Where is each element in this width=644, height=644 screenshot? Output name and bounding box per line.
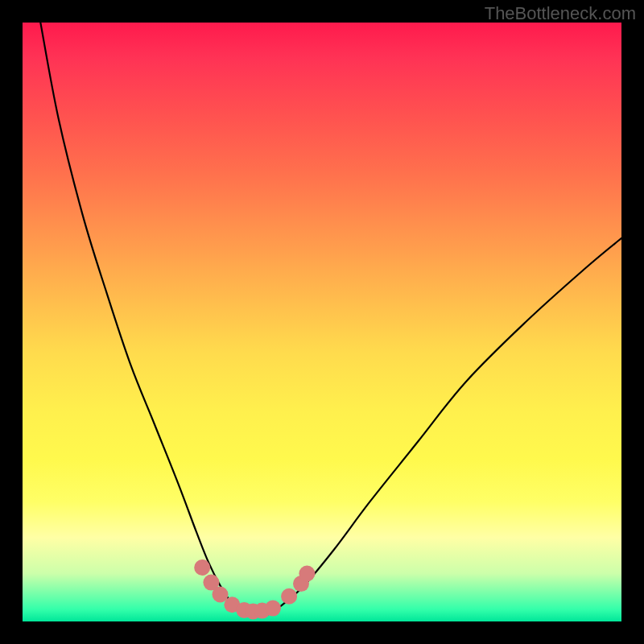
bottleneck-curve-path [40, 23, 621, 616]
outer-frame: TheBottleneck.com [0, 0, 644, 644]
highlight-dot [265, 601, 281, 617]
chart-svg [23, 23, 621, 621]
highlight-dot [194, 559, 210, 576]
highlight-dot [299, 566, 315, 582]
chart-plot-area [23, 23, 621, 621]
highlight-dot [281, 588, 297, 605]
watermark-text: TheBottleneck.com [485, 3, 636, 24]
